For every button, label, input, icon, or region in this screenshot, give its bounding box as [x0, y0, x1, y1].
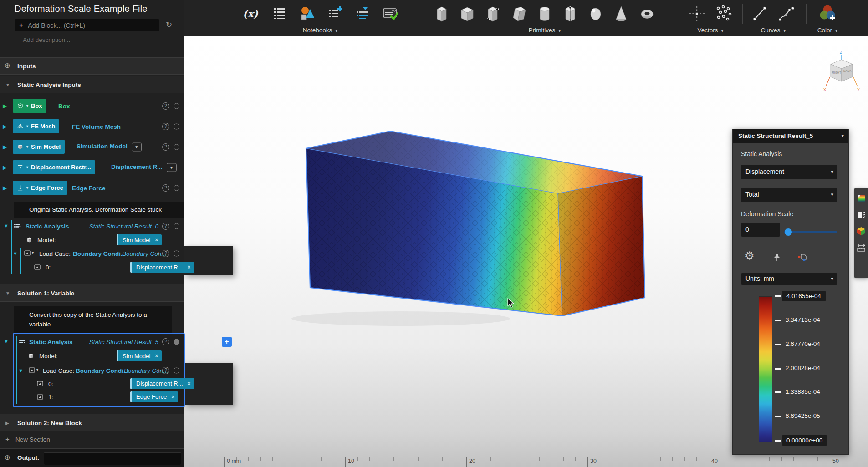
parallelepiped-icon[interactable]	[509, 4, 528, 24]
model-row[interactable]: Model: Sim Model×	[0, 350, 184, 362]
block-value[interactable]: FE Volume Mesh	[72, 123, 121, 130]
visibility-toggle-icon[interactable]	[174, 144, 179, 150]
sphere-icon[interactable]	[587, 4, 605, 24]
close-icon[interactable]: ×	[155, 353, 158, 359]
units-dropdown[interactable]: Units: mm▾	[741, 273, 837, 285]
run-arrow-icon[interactable]: ▶	[3, 185, 7, 191]
add-to-block-button[interactable]: +	[222, 337, 232, 347]
pin-icon[interactable]	[772, 252, 782, 262]
sidebar-section-static-inputs[interactable]: ▼ Static Analysis Inputs	[0, 76, 184, 93]
block-badge-box[interactable]: ▾ Box	[13, 99, 46, 113]
toolbar-label-vectors[interactable]: Vectors▾	[681, 27, 740, 34]
block-badge-edge-force[interactable]: ▾ Edge Force	[13, 181, 67, 195]
run-arrow-icon[interactable]: ▶	[3, 144, 7, 150]
sidebar-section-inputs[interactable]: ⊛ Inputs	[0, 57, 184, 75]
visibility-toggle-icon[interactable]	[174, 185, 179, 191]
block-badge-fe-mesh[interactable]: ▾ FE Mesh	[13, 119, 59, 133]
boundary-condition-chip[interactable]: Displacement R...×	[130, 262, 194, 273]
comment-block[interactable]: Original Static Analysis. Deformation Sc…	[14, 202, 184, 218]
load-case-row[interactable]: ▾ Load Case: Boundary Condi... Boundary …	[0, 247, 184, 260]
toolbar-label-color[interactable]: Color▾	[809, 27, 846, 34]
block-row-fe-mesh[interactable]: ▶ ▾ FE Mesh FE Volume Mesh ?	[0, 119, 184, 133]
result-name[interactable]: Static Structural Result_5	[89, 338, 158, 345]
result-name[interactable]: Static Structural Result_0	[89, 223, 158, 229]
help-icon[interactable]: ?	[162, 102, 169, 110]
point-cloud-icon[interactable]	[714, 5, 733, 23]
block-value[interactable]: Box	[58, 102, 70, 109]
deformation-scale-slider[interactable]	[784, 228, 837, 236]
comment-block[interactable]: Convert this copy of the Static Analysis…	[14, 306, 172, 333]
toolbar-label-curves[interactable]: Curves▾	[745, 27, 802, 34]
run-arrow-icon[interactable]: ▶	[3, 123, 7, 130]
help-icon[interactable]: ?	[162, 250, 169, 257]
viewcube-face-right[interactable]: RIGHT	[832, 71, 841, 74]
chevron-down-icon[interactable]: ▾	[36, 368, 38, 372]
list-variable-icon[interactable]	[355, 5, 370, 22]
block-row-sim-model[interactable]: ▶ ▾ Sim Model Simulation Model▾ ?	[0, 140, 184, 154]
cylinder-icon[interactable]	[536, 4, 554, 24]
block-value[interactable]: Simulation Model▾	[77, 142, 142, 151]
chevron-down-icon[interactable]: ▾	[32, 251, 34, 255]
add-item-icon[interactable]: +	[157, 367, 160, 374]
visibility-toggle-icon[interactable]	[174, 103, 179, 109]
sidebar-section-solution-1[interactable]: ▼ Solution 1: Variable	[0, 284, 184, 302]
expand-chevron-icon[interactable]: ▾	[132, 142, 142, 151]
help-icon[interactable]: ?	[162, 367, 169, 374]
model-row[interactable]: Model: Sim Model×	[0, 234, 184, 246]
close-icon[interactable]: ×	[188, 381, 191, 387]
block-badge-displacement-restraint[interactable]: ▾ Displacement Restr...	[13, 160, 95, 174]
cone-icon[interactable]	[612, 4, 630, 24]
line-icon[interactable]	[751, 5, 769, 23]
block-row-static-analysis-0[interactable]: Static Analysis Static Structural Result…	[0, 219, 184, 233]
load-case-item-row[interactable]: 1: Edge Force×	[0, 390, 184, 403]
sync-icon[interactable]: ↻	[166, 20, 172, 30]
model-chip[interactable]: Sim Model×	[117, 234, 162, 245]
chevron-down-icon[interactable]: ▾	[841, 133, 844, 139]
collapse-triangle-icon[interactable]: ▼	[5, 82, 10, 87]
box-primitive-icon[interactable]	[433, 4, 451, 24]
viewcube-face-back[interactable]: BACK	[843, 69, 852, 72]
collapse-triangle-icon[interactable]: ▼	[5, 290, 10, 295]
boundary-condition-chip[interactable]: Edge Force×	[130, 391, 178, 402]
toolbar-label-primitives[interactable]: Primitives▾	[415, 27, 674, 34]
cube-primitive-icon[interactable]	[458, 4, 476, 24]
run-arrow-icon[interactable]: ▶	[3, 164, 7, 171]
expand-chevron-icon[interactable]: ▾	[167, 163, 177, 172]
variable-icon[interactable]: (x)	[241, 8, 260, 20]
block-row-static-analysis-5[interactable]: Static Analysis Static Structural Result…	[0, 335, 184, 348]
component-dropdown[interactable]: Total▾	[741, 188, 837, 202]
colored-cube-icon[interactable]	[856, 226, 866, 236]
slider-thumb[interactable]	[785, 228, 792, 236]
close-icon[interactable]: ×	[171, 394, 174, 400]
block-row-edge-force[interactable]: ▶ ▾ Edge Force Edge Force ?	[0, 181, 184, 195]
help-icon[interactable]: ?	[162, 143, 169, 151]
color-icon[interactable]	[817, 4, 837, 24]
block-value[interactable]: Edge Force	[72, 184, 106, 191]
measure-icon[interactable]	[856, 243, 866, 253]
deformation-scale-input[interactable]: 0	[741, 223, 780, 237]
shapes-icon[interactable]	[299, 5, 316, 22]
load-case-row[interactable]: ▾ Load Case: Boundary Condi... Boundary …	[0, 364, 184, 377]
visibility-toggle-icon[interactable]	[174, 250, 179, 256]
view-cube[interactable]: RIGHT BACK Z X Y	[822, 49, 862, 93]
run-arrow-icon[interactable]: ▶	[3, 103, 7, 109]
load-case-item-row[interactable]: 0: Displacement R...×	[0, 260, 184, 274]
gear-icon[interactable]: ⚙	[745, 249, 755, 262]
colormap-toggle-icon[interactable]	[856, 193, 866, 203]
spline-icon[interactable]	[777, 5, 796, 23]
visibility-toggle-icon[interactable]	[174, 339, 179, 345]
block-row-displacement-restraint[interactable]: ▶ ▾ Displacement Restr... Displacement R…	[0, 160, 184, 174]
point-icon[interactable]	[688, 5, 706, 23]
boundary-condition-chip[interactable]: Displacement R...×	[130, 378, 194, 389]
close-icon[interactable]: ×	[155, 237, 158, 243]
visibility-toggle-icon[interactable]	[174, 367, 179, 373]
flat-shading-icon[interactable]	[856, 210, 866, 220]
model-chip[interactable]: Sim Model×	[117, 350, 162, 361]
close-icon[interactable]: ×	[188, 264, 191, 270]
visibility-toggle-icon[interactable]	[174, 223, 179, 229]
help-icon[interactable]: ?	[162, 123, 169, 130]
collapse-triangle-icon[interactable]: ▶	[5, 420, 9, 425]
visibility-toggle-icon[interactable]	[174, 123, 179, 129]
toolbar-label-notebooks[interactable]: Notebooks▾	[228, 27, 413, 34]
add-item-icon[interactable]: +	[157, 250, 160, 257]
